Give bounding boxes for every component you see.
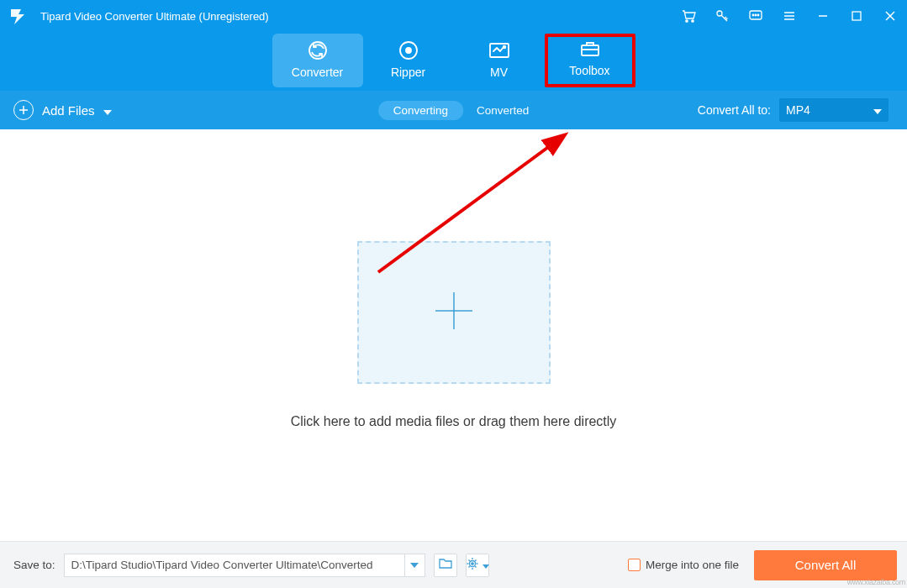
nav-toolbox[interactable]: Toolbox [545, 34, 635, 87]
nav-converter-label: Converter [292, 66, 343, 79]
chevron-down-icon [873, 103, 882, 117]
convert-all-button[interactable]: Convert All [754, 550, 897, 580]
tab-converted-label: Converted [477, 104, 529, 117]
svg-rect-19 [582, 45, 599, 55]
svg-point-4 [752, 14, 754, 16]
svg-point-5 [755, 14, 757, 16]
converter-icon [306, 39, 330, 62]
register-key-icon[interactable] [714, 8, 730, 24]
convert-all-to-section: Convert All to: MP4 [698, 98, 889, 122]
tab-converting[interactable]: Converting [378, 101, 463, 120]
nav-ripper[interactable]: Ripper [363, 34, 454, 87]
gear-icon [466, 556, 481, 574]
toolbox-icon [578, 37, 602, 60]
nav-mv-label: MV [490, 66, 508, 79]
main-nav: Converter Ripper MV Toolbox [0, 32, 907, 91]
title-bar: Tipard Video Converter Ultimate (Unregis… [0, 0, 907, 32]
cart-icon[interactable] [680, 8, 697, 24]
output-format-dropdown[interactable]: MP4 [779, 98, 889, 122]
mv-icon [488, 39, 511, 62]
save-path-field: D:\Tipard Studio\Tipard Video Converter … [64, 554, 425, 577]
bottom-bar: Save to: D:\Tipard Studio\Tipard Video C… [0, 541, 907, 588]
selected-format: MP4 [786, 103, 810, 117]
watermark: www.xiazaiba.com [847, 578, 905, 586]
save-path-text: D:\Tipard Studio\Tipard Video Converter … [65, 559, 404, 571]
settings-button[interactable] [466, 554, 489, 577]
svg-point-1 [692, 20, 693, 22]
plus-icon [430, 287, 477, 338]
convert-all-label: Convert All [795, 558, 857, 572]
svg-point-18 [503, 46, 505, 49]
bottom-left: Save to: D:\Tipard Studio\Tipard Video C… [13, 554, 489, 577]
feedback-icon[interactable] [747, 8, 764, 24]
sub-toolbar: Add Files Converting Converted Convert A… [0, 91, 907, 129]
chevron-down-icon [103, 103, 112, 118]
nav-ripper-label: Ripper [391, 66, 425, 79]
save-to-label: Save to: [13, 559, 55, 571]
tab-converted[interactable]: Converted [477, 104, 529, 117]
menu-icon[interactable] [781, 8, 798, 24]
svg-rect-11 [852, 12, 861, 20]
title-left: Tipard Video Converter Ultimate (Unregis… [7, 5, 269, 27]
drop-instruction: Click here to add media files or drag th… [291, 414, 617, 429]
ripper-icon [397, 39, 420, 62]
svg-point-16 [406, 48, 411, 53]
conversion-tab-switch: Converting Converted [378, 101, 530, 120]
nav-toolbox-label: Toolbox [569, 64, 609, 77]
merge-checkbox[interactable]: Merge into one file [628, 559, 739, 571]
tab-converting-label: Converting [393, 104, 448, 117]
convert-all-to-label: Convert All to: [698, 103, 771, 117]
app-logo-icon [7, 5, 29, 27]
nav-mv[interactable]: MV [454, 34, 545, 87]
svg-point-6 [757, 14, 759, 16]
folder-icon [438, 557, 453, 573]
merge-label: Merge into one file [646, 559, 739, 571]
chevron-down-icon [483, 559, 489, 571]
drop-zone[interactable] [357, 241, 551, 384]
app-title: Tipard Video Converter Ultimate (Unregis… [40, 10, 269, 23]
add-files-label: Add Files [42, 103, 95, 118]
save-path-dropdown[interactable] [404, 554, 424, 577]
open-folder-button[interactable] [434, 554, 457, 577]
add-files-button[interactable]: Add Files [13, 100, 112, 120]
plus-circle-icon [13, 100, 34, 120]
main-canvas[interactable]: Click here to add media files or drag th… [0, 129, 907, 541]
close-button[interactable] [882, 8, 899, 24]
svg-point-28 [471, 563, 472, 564]
svg-point-0 [686, 20, 688, 22]
checkbox-icon [628, 559, 641, 571]
nav-converter[interactable]: Converter [272, 34, 363, 87]
maximize-button[interactable] [848, 8, 865, 24]
title-right-controls [680, 8, 899, 24]
minimize-button[interactable] [815, 8, 831, 24]
bottom-right: Merge into one file Convert All [628, 550, 897, 580]
